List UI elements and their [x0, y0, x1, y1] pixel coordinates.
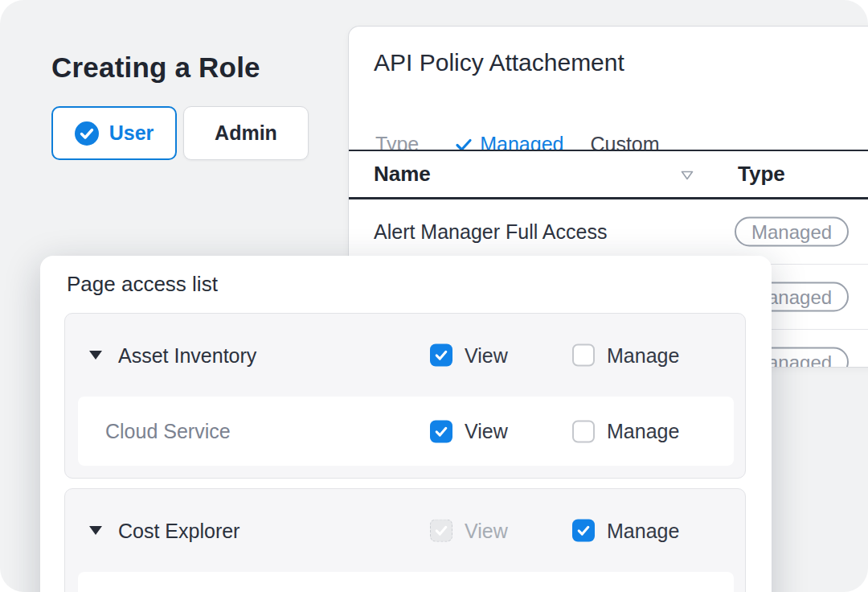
app-canvas: Creating a Role User Admin API Policy At… — [0, 0, 868, 592]
type-badge: Managed — [735, 217, 849, 247]
role-option-label: Admin — [215, 121, 277, 145]
manage-checkbox[interactable] — [572, 520, 595, 542]
role-option-admin[interactable]: Admin — [183, 106, 309, 160]
role-option-label: User — [109, 121, 154, 145]
column-header-type: Type — [738, 162, 785, 187]
access-subrow-cloud-service: Cloud Service View Manage — [78, 397, 734, 466]
manage-checkbox-label: Manage — [607, 420, 679, 443]
manage-checkbox[interactable] — [572, 344, 595, 367]
view-checkbox-label: View — [465, 420, 508, 443]
api-panel-title: API Policy Attachement — [374, 49, 624, 76]
check-circle-icon — [75, 121, 99, 146]
view-checkbox-label: View — [465, 343, 508, 367]
access-group-header: Asset Inventory View Manage — [65, 314, 745, 397]
role-toggle-group: User Admin — [51, 106, 309, 160]
collapse-triangle-icon[interactable] — [89, 526, 102, 535]
table-header-row: Name Type — [349, 150, 868, 199]
role-option-user[interactable]: User — [51, 106, 177, 160]
sort-descending-icon[interactable] — [681, 171, 694, 180]
view-checkbox[interactable] — [430, 344, 452, 367]
manage-checkbox-label: Manage — [607, 343, 679, 367]
access-group-label: Asset Inventory — [118, 343, 256, 367]
access-subrow-label: Cloud Service — [105, 420, 231, 443]
collapse-triangle-icon[interactable] — [89, 351, 102, 360]
column-header-name[interactable]: Name — [374, 162, 431, 187]
view-checkbox[interactable] — [430, 420, 452, 442]
view-checkbox-label: View — [465, 519, 508, 542]
manage-checkbox[interactable] — [572, 420, 595, 442]
access-group-label: Cost Explorer — [118, 519, 240, 542]
page-title: Creating a Role — [51, 51, 260, 84]
access-group-header: Cost Explorer View Manage — [65, 489, 745, 572]
policy-name: Alert Manager Full Access — [374, 220, 607, 244]
page-access-modal: Page access list Asset Inventory View Ma… — [40, 256, 772, 592]
view-checkbox — [430, 520, 452, 542]
modal-title: Page access list — [67, 272, 218, 297]
access-group-cost-explorer: Cost Explorer View Manage — [64, 488, 746, 592]
access-subrow — [78, 572, 734, 592]
access-group-asset-inventory: Asset Inventory View Manage Cloud Servic… — [64, 313, 746, 479]
manage-checkbox-label: Manage — [607, 519, 679, 542]
table-row[interactable]: Alert Manager Full Access Managed — [349, 199, 868, 265]
